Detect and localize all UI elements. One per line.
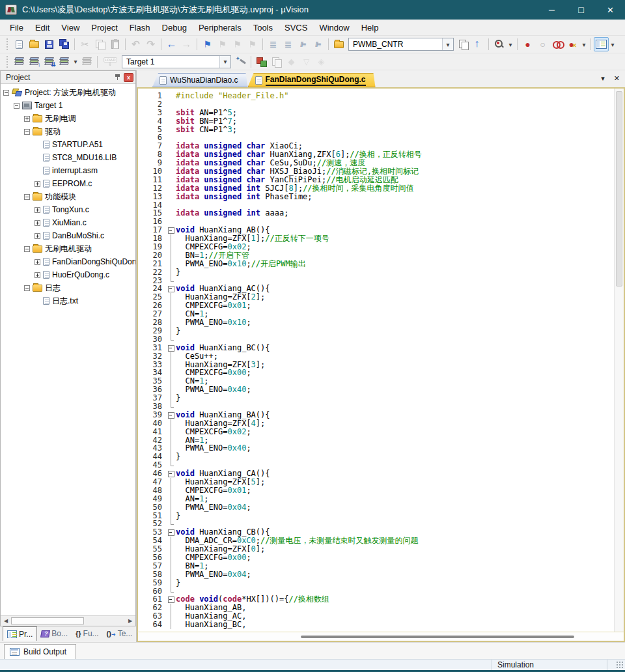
translate-button[interactable] [12, 55, 27, 69]
line-number[interactable]: 38 [138, 402, 167, 411]
line-number[interactable]: 7 [138, 142, 167, 150]
search-combobox-dropdown[interactable] [442, 38, 453, 50]
save-all-button[interactable] [57, 37, 72, 51]
line-number[interactable]: 59 [138, 579, 167, 587]
menu-file[interactable]: File [4, 20, 29, 35]
find-dropdown[interactable] [507, 37, 514, 51]
breakpoint-dropdown[interactable] [580, 37, 588, 51]
tree-expand-icon[interactable] [35, 233, 40, 239]
tree-expand-icon[interactable] [35, 272, 40, 278]
build-button[interactable]: ↓ [27, 55, 42, 69]
line-number[interactable]: 4 [138, 117, 167, 126]
bookmark-toggle-button[interactable] [200, 37, 215, 51]
panel-tab-templates[interactable]: Te... [103, 626, 137, 641]
tree-item[interactable]: XiuMian.c [1, 216, 135, 229]
document-tab[interactable]: WuShuaDianDiao.c [152, 73, 248, 87]
menu-window[interactable]: Window [313, 20, 355, 35]
toolbar-grip[interactable] [7, 38, 9, 50]
undo-button[interactable] [128, 37, 143, 51]
tree-item[interactable]: TongXun.c [1, 203, 135, 216]
tree-item[interactable]: interrupt.asm [1, 164, 135, 177]
scroll-left-arrow-icon[interactable]: ◀ [1, 616, 11, 626]
code-line[interactable]: 29} [138, 327, 614, 335]
menu-help[interactable]: Help [355, 20, 385, 35]
fold-collapse-icon[interactable] [167, 528, 176, 537]
tree-item[interactable]: EEPROM.c [1, 177, 135, 190]
scrollbar-thumb[interactable] [301, 636, 574, 638]
tree-expand-icon[interactable] [35, 220, 40, 226]
line-number[interactable]: 9 [138, 159, 167, 167]
bookmark-prev-button[interactable] [215, 37, 230, 51]
menu-view[interactable]: View [55, 20, 85, 35]
line-number[interactable]: 21 [138, 260, 167, 268]
line-number[interactable]: 56 [138, 553, 167, 562]
line-number[interactable]: 63 [138, 612, 167, 621]
line-number[interactable]: 31 [138, 344, 167, 352]
menu-peripherals[interactable]: Peripherals [193, 20, 247, 35]
bookmark-next-button[interactable] [230, 37, 245, 51]
navigate-forward-button[interactable] [179, 37, 194, 51]
code-line[interactable]: 51} [138, 512, 614, 520]
code-line[interactable]: 44} [138, 453, 614, 461]
line-number[interactable]: 22 [138, 268, 167, 277]
code-line[interactable]: 48 CMPEXCFG=0x01; [138, 486, 614, 495]
search-combobox[interactable]: PWMB_CNTR [348, 38, 454, 51]
line-number[interactable]: 15 [138, 209, 167, 217]
code-editor[interactable]: 1#include "Header_File.h"23sbit AN=P1^5;… [137, 87, 625, 632]
code-line[interactable]: 37} [138, 394, 614, 402]
tree-collapse-icon[interactable] [3, 90, 9, 96]
uncomment-button[interactable] [311, 37, 326, 51]
line-number[interactable]: 2 [138, 100, 167, 109]
tree-collapse-icon[interactable] [24, 285, 30, 291]
tree-collapse-icon[interactable] [24, 129, 30, 135]
tree-collapse-icon[interactable] [24, 194, 30, 200]
redo-button[interactable] [143, 37, 158, 51]
tree-expand-icon[interactable] [35, 181, 40, 187]
fold-collapse-icon[interactable] [167, 285, 176, 293]
line-number[interactable]: 25 [138, 293, 167, 301]
line-number[interactable]: 30 [138, 335, 167, 344]
target-combobox-dropdown[interactable] [219, 56, 230, 68]
line-number[interactable]: 18 [138, 234, 167, 243]
line-number[interactable]: 48 [138, 486, 167, 495]
bookmark-clear-button[interactable] [245, 37, 260, 51]
kill-all-breakpoints-button[interactable] [550, 37, 565, 51]
line-number[interactable]: 49 [138, 495, 167, 503]
tree-item[interactable]: 日志 [1, 281, 135, 294]
line-number[interactable]: 29 [138, 327, 167, 335]
line-number[interactable]: 46 [138, 469, 167, 478]
line-number[interactable]: 8 [138, 150, 167, 159]
line-number[interactable]: 33 [138, 361, 167, 369]
disable-all-breakpoints-button[interactable] [565, 37, 580, 51]
download-button[interactable]: LOAD⇓ [100, 55, 120, 69]
line-number[interactable]: 37 [138, 394, 167, 402]
tree-item[interactable]: 日志.txt [1, 294, 135, 307]
outdent-button[interactable] [281, 37, 296, 51]
new-file-button[interactable] [12, 37, 27, 51]
fold-collapse-icon[interactable] [167, 411, 176, 419]
panel-tab-functions[interactable]: Fu... [72, 626, 103, 641]
line-number[interactable]: 35 [138, 377, 167, 385]
tree-item[interactable]: STARTUP.A51 [1, 138, 135, 151]
close-document-icon[interactable] [614, 74, 620, 83]
line-number[interactable]: 39 [138, 411, 167, 419]
navigate-back-button[interactable] [164, 37, 179, 51]
line-number[interactable]: 1 [138, 92, 167, 100]
panel-tab-project-window[interactable]: Pr... [3, 626, 37, 641]
rebuild-button[interactable]: ⇊ [42, 55, 57, 69]
software-packs-button[interactable] [284, 55, 299, 69]
minimize-button[interactable] [537, 0, 566, 20]
toggle-breakpoint-button[interactable] [520, 37, 535, 51]
line-number[interactable]: 28 [138, 318, 167, 327]
line-number[interactable]: 27 [138, 310, 167, 318]
line-number[interactable]: 5 [138, 126, 167, 134]
line-number[interactable]: 17 [138, 226, 167, 234]
line-number[interactable]: 47 [138, 478, 167, 486]
line-number[interactable]: 60 [138, 587, 167, 596]
code-line[interactable]: 34 CMPEXCFG=0x00; [138, 369, 614, 377]
target-options-button[interactable] [233, 55, 248, 69]
paste-button[interactable] [107, 37, 122, 51]
line-number[interactable]: 64 [138, 621, 167, 629]
tree-item[interactable]: Target 1 [1, 99, 135, 112]
line-number[interactable]: 43 [138, 444, 167, 453]
